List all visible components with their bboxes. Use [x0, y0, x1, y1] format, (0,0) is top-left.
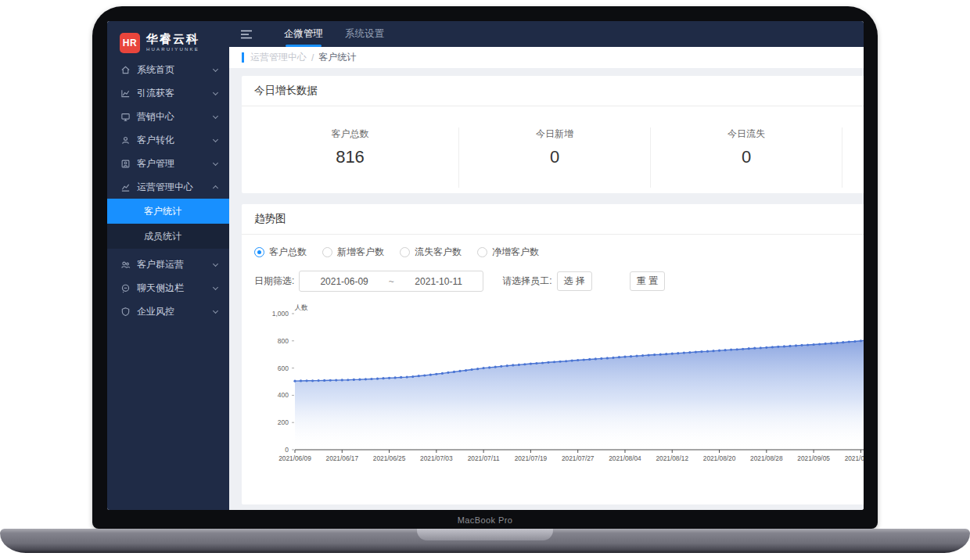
sidebar-item-lead-acquisition[interactable]: 引流获客: [107, 81, 229, 105]
sidebar-item-customer-stats[interactable]: 客户统计: [107, 199, 229, 224]
date-range-picker[interactable]: 2021-06-09 ~ 2021-10-11: [299, 271, 483, 292]
stat-value: 0: [651, 147, 842, 167]
sidebar-item-label: 客户管理: [137, 157, 174, 171]
svg-text:2021/07/11: 2021/07/11: [468, 454, 500, 462]
user-convert-icon: [120, 135, 131, 145]
sidebar-item-customer-conversion[interactable]: 客户转化: [107, 128, 229, 152]
sidebar-item-label: 运营管理中心: [137, 181, 193, 194]
svg-text:2021/08/20: 2021/08/20: [703, 454, 736, 462]
tab-label: 系统设置: [345, 27, 384, 41]
date-filter-label: 日期筛选:: [254, 275, 294, 288]
chevron-up-icon: [213, 185, 218, 191]
reset-button[interactable]: 重 置: [630, 271, 665, 291]
logo-title: 华睿云科: [146, 33, 199, 46]
growth-card: 今日增长数据 客户总数 816 今日新增 0 今日流失: [242, 76, 864, 193]
breadcrumb-accent-bar: [242, 52, 244, 63]
home-icon: [120, 65, 131, 75]
user-group-icon: [120, 260, 131, 270]
sidebar-item-label: 企业风控: [137, 305, 174, 318]
sidebar: HR 华睿云科 HUARUIYUNKE 系统首页: [107, 21, 229, 510]
svg-text:1,000: 1,000: [272, 310, 289, 318]
chat-icon: [120, 283, 131, 293]
radio-unselected-icon: [477, 247, 487, 257]
svg-text:2021/07/27: 2021/07/27: [562, 454, 595, 462]
filter-row: 日期筛选: 2021-06-09 ~ 2021-10-11 请选择员工: 选 择…: [254, 271, 864, 292]
sidebar-item-label: 引流获客: [137, 87, 174, 100]
sidebar-item-customer-management[interactable]: 客户管理: [107, 152, 229, 175]
select-staff-button[interactable]: 选 择: [557, 271, 592, 291]
sidebar-item-label: 客户群运营: [137, 258, 184, 271]
sidebar-item-chat-sidebar[interactable]: 聊天侧边栏: [107, 276, 229, 300]
staff-filter-label: 请选择员工:: [502, 275, 551, 288]
radio-new-customers[interactable]: 新增客户数: [322, 246, 384, 259]
sidebar-item-system-home[interactable]: 系统首页: [107, 58, 229, 81]
sidebar-item-label: 客户转化: [137, 134, 174, 147]
sidebar-menu: 系统首页 引流获客 营销中心: [107, 58, 229, 323]
tab-system-settings[interactable]: 系统设置: [334, 21, 395, 47]
radio-total-customers[interactable]: 客户总数: [254, 246, 307, 259]
sidebar-item-enterprise-risk[interactable]: 企业风控: [107, 300, 229, 323]
breadcrumb-parent[interactable]: 运营管理中心: [250, 51, 307, 64]
trend-chart: 02004006008001,0002021/06/092021/06/1720…: [254, 303, 864, 473]
sidebar-item-group-operation[interactable]: 客户群运营: [107, 253, 229, 276]
chevron-down-icon: [213, 285, 218, 290]
monitor-icon: [120, 112, 131, 122]
chevron-down-icon: [213, 137, 218, 142]
stat-label: 今日流失: [651, 127, 842, 141]
macbook-device: HR 华睿云科 HUARUIYUNKE 系统首页: [0, 0, 970, 560]
sidebar-item-label: 系统首页: [137, 63, 174, 77]
start-date-value: 2021-06-09: [300, 276, 389, 287]
svg-text:2021/06/09: 2021/06/09: [278, 454, 311, 462]
macbook-hinge-notch: [417, 529, 553, 540]
breadcrumb-separator: /: [311, 52, 314, 63]
svg-text:0: 0: [285, 446, 289, 454]
svg-text:800: 800: [278, 337, 289, 345]
chevron-down-icon: [213, 66, 218, 72]
user-manage-icon: [120, 159, 131, 169]
radio-lost-customers[interactable]: 流失客户数: [400, 246, 462, 259]
radio-label: 新增客户数: [337, 246, 384, 259]
svg-text:2021/09/13: 2021/09/13: [845, 454, 864, 462]
stat-new-today: 今日新增 0: [459, 127, 651, 188]
trend-card-title: 趋势图: [242, 204, 864, 235]
sidebar-item-marketing-center[interactable]: 营销中心: [107, 105, 229, 128]
svg-text:200: 200: [278, 418, 289, 426]
date-range-separator: ~: [389, 276, 394, 287]
radio-selected-icon: [254, 247, 264, 257]
radio-unselected-icon: [322, 247, 332, 257]
radio-net-customers[interactable]: 净增客户数: [477, 246, 539, 259]
topbar-tabs: 企微管理 系统设置: [273, 21, 395, 47]
sidebar-item-operation-center[interactable]: 运营管理中心: [107, 175, 229, 199]
chevron-down-icon: [213, 308, 218, 314]
sidebar-item-member-stats[interactable]: 成员统计: [107, 224, 229, 249]
logo-icon: HR: [120, 33, 140, 53]
page-content: 今日增长数据 客户总数 816 今日新增 0 今日流失: [229, 68, 864, 510]
sidebar-submenu: 客户统计 成员统计: [107, 199, 229, 249]
svg-text:600: 600: [278, 364, 289, 372]
breadcrumb-current: 客户统计: [318, 51, 356, 64]
tab-wecom-management[interactable]: 企微管理: [273, 21, 334, 47]
svg-text:2021/08/04: 2021/08/04: [609, 454, 641, 462]
macbook-lid: HR 华睿云科 HUARUIYUNKE 系统首页: [92, 6, 878, 529]
end-date-value: 2021-10-11: [394, 276, 483, 287]
topbar: 企微管理 系统设置: [229, 21, 864, 47]
stat-value: 0: [459, 147, 650, 167]
sidebar-item-label: 营销中心: [137, 110, 174, 124]
svg-text:400: 400: [278, 391, 289, 399]
device-label: MacBook Pro: [92, 515, 878, 525]
chevron-down-icon: [213, 113, 218, 119]
trend-card-body: 客户总数 新增客户数 流失客户数: [242, 235, 864, 483]
trend-card: 趋势图 客户总数 新增客户数: [242, 204, 864, 504]
stat-lost-today: 今日流失 0: [651, 127, 842, 188]
metric-radio-group: 客户总数 新增客户数 流失客户数: [254, 244, 864, 260]
radio-label: 客户总数: [269, 246, 307, 259]
svg-text:2021/07/03: 2021/07/03: [420, 454, 453, 462]
svg-text:2021/07/19: 2021/07/19: [515, 454, 548, 462]
stat-value: 816: [242, 147, 458, 167]
chevron-down-icon: [213, 160, 218, 166]
collapse-menu-icon[interactable]: [240, 30, 253, 39]
main-area: 企微管理 系统设置 运营管理中心 / 客户统计 今日增长数据: [229, 21, 864, 510]
tab-label: 企微管理: [284, 27, 323, 41]
growth-card-title: 今日增长数据: [242, 76, 864, 106]
radio-unselected-icon: [400, 247, 410, 257]
